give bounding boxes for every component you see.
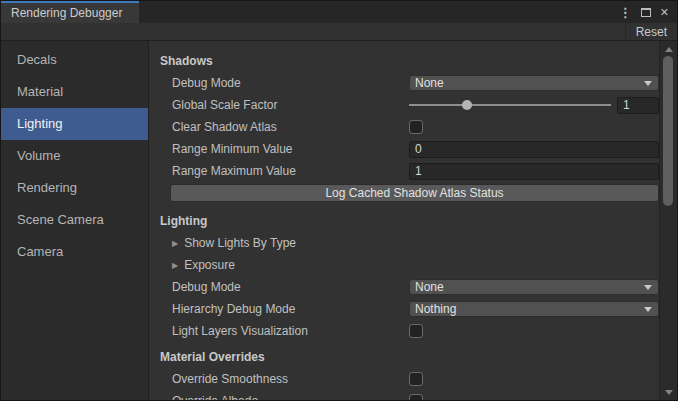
- sidebar-item-decals[interactable]: Decals: [1, 44, 148, 76]
- light-layers-visualization-label: Light Layers Visualization: [160, 324, 409, 338]
- light-layers-visualization-row: Light Layers Visualization: [149, 320, 659, 342]
- slider-handle[interactable]: [462, 100, 472, 110]
- override-albedo-checkbox[interactable]: [409, 394, 423, 400]
- titlebar: Rendering Debugger ⋮ ✕: [1, 1, 677, 23]
- sidebar: Decals Material Lighting Volume Renderin…: [1, 41, 149, 400]
- sidebar-item-material[interactable]: Material: [1, 76, 148, 108]
- tab-rendering-debugger[interactable]: Rendering Debugger: [1, 1, 139, 23]
- toolbar: Reset: [1, 23, 677, 41]
- exposure-row: ▶ Exposure: [149, 254, 659, 276]
- lighting-debug-mode-value: None: [415, 280, 444, 294]
- material-overrides-header-row: Material Overrides: [149, 346, 659, 368]
- global-scale-factor-label: Global Scale Factor: [160, 98, 409, 112]
- override-albedo-label: Override Albedo: [160, 394, 409, 400]
- shadows-section-header: Shadows: [160, 54, 213, 68]
- override-smoothness-label: Override Smoothness: [160, 372, 409, 386]
- body: Decals Material Lighting Volume Renderin…: [1, 41, 677, 400]
- chevron-down-icon: [644, 307, 652, 312]
- log-cached-shadow-atlas-button[interactable]: Log Cached Shadow Atlas Status: [170, 184, 659, 202]
- sidebar-item-lighting[interactable]: Lighting: [1, 108, 148, 140]
- material-overrides-header: Material Overrides: [160, 350, 265, 364]
- slider-track: [409, 104, 611, 106]
- lighting-section-header-row: Lighting: [149, 210, 659, 232]
- lighting-debug-mode-row: Debug Mode None: [149, 276, 659, 298]
- main-panel: Shadows Debug Mode None Global Scale Fac…: [149, 41, 659, 400]
- close-icon[interactable]: ✕: [660, 7, 669, 18]
- shadows-debug-mode-row: Debug Mode None: [149, 72, 659, 94]
- global-scale-factor-field[interactable]: [617, 97, 659, 114]
- override-albedo-row: Override Albedo: [149, 390, 659, 400]
- chevron-down-icon: [644, 285, 652, 290]
- chevron-down-icon: [644, 81, 652, 86]
- foldout-arrow-icon[interactable]: ▶: [172, 239, 178, 248]
- global-scale-factor-row: Global Scale Factor: [149, 94, 659, 116]
- override-smoothness-row: Override Smoothness: [149, 368, 659, 390]
- range-maximum-label: Range Maximum Value: [160, 164, 409, 178]
- exposure-foldout[interactable]: Exposure: [184, 258, 235, 272]
- scroll-down-icon: [665, 390, 673, 395]
- sidebar-item-scene-camera[interactable]: Scene Camera: [1, 204, 148, 236]
- override-smoothness-checkbox[interactable]: [409, 372, 423, 386]
- lighting-debug-mode-dropdown[interactable]: None: [409, 279, 659, 295]
- lighting-debug-mode-label: Debug Mode: [160, 280, 409, 294]
- maximize-glyph: [641, 8, 651, 17]
- hierarchy-debug-mode-dropdown[interactable]: Nothing: [409, 301, 659, 317]
- clear-shadow-atlas-label: Clear Shadow Atlas: [160, 120, 409, 134]
- foldout-arrow-icon[interactable]: ▶: [172, 261, 178, 270]
- scroll-down-button[interactable]: [660, 385, 677, 399]
- range-minimum-row: Range Minimum Value: [149, 138, 659, 160]
- sidebar-item-rendering[interactable]: Rendering: [1, 172, 148, 204]
- range-maximum-row: Range Maximum Value: [149, 160, 659, 182]
- kebab-menu-icon[interactable]: ⋮: [619, 6, 632, 19]
- titlebar-icons: ⋮ ✕: [619, 1, 677, 23]
- shadows-debug-mode-dropdown[interactable]: None: [409, 75, 659, 91]
- log-cached-shadow-atlas-row: Log Cached Shadow Atlas Status: [149, 182, 659, 204]
- clear-shadow-atlas-row: Clear Shadow Atlas: [149, 116, 659, 138]
- hierarchy-debug-mode-value: Nothing: [415, 302, 456, 316]
- sidebar-item-camera[interactable]: Camera: [1, 236, 148, 268]
- shadows-debug-mode-value: None: [415, 76, 444, 90]
- range-minimum-field[interactable]: [409, 141, 659, 158]
- hierarchy-debug-mode-label: Hierarchy Debug Mode: [160, 302, 409, 316]
- range-minimum-label: Range Minimum Value: [160, 142, 409, 156]
- tab-title: Rendering Debugger: [11, 6, 122, 20]
- scrollbar[interactable]: [659, 41, 677, 400]
- clear-shadow-atlas-checkbox[interactable]: [409, 120, 423, 134]
- rendering-debugger-window: Rendering Debugger ⋮ ✕ Reset Decals Mate…: [0, 0, 678, 401]
- light-layers-visualization-checkbox[interactable]: [409, 324, 423, 338]
- scroll-up-icon: [665, 47, 673, 52]
- shadows-debug-mode-label: Debug Mode: [160, 76, 409, 90]
- range-maximum-field[interactable]: [409, 163, 659, 180]
- show-lights-by-type-foldout[interactable]: Show Lights By Type: [184, 236, 296, 250]
- shadows-section-header-row: Shadows: [149, 50, 659, 72]
- reset-button[interactable]: Reset: [625, 23, 677, 40]
- sidebar-item-volume[interactable]: Volume: [1, 140, 148, 172]
- scrollbar-thumb[interactable]: [663, 56, 673, 206]
- show-lights-by-type-row: ▶ Show Lights By Type: [149, 232, 659, 254]
- scroll-up-button[interactable]: [660, 42, 677, 56]
- hierarchy-debug-mode-row: Hierarchy Debug Mode Nothing: [149, 298, 659, 320]
- lighting-section-header: Lighting: [160, 214, 207, 228]
- maximize-icon[interactable]: [641, 3, 651, 21]
- global-scale-factor-slider[interactable]: [409, 97, 611, 113]
